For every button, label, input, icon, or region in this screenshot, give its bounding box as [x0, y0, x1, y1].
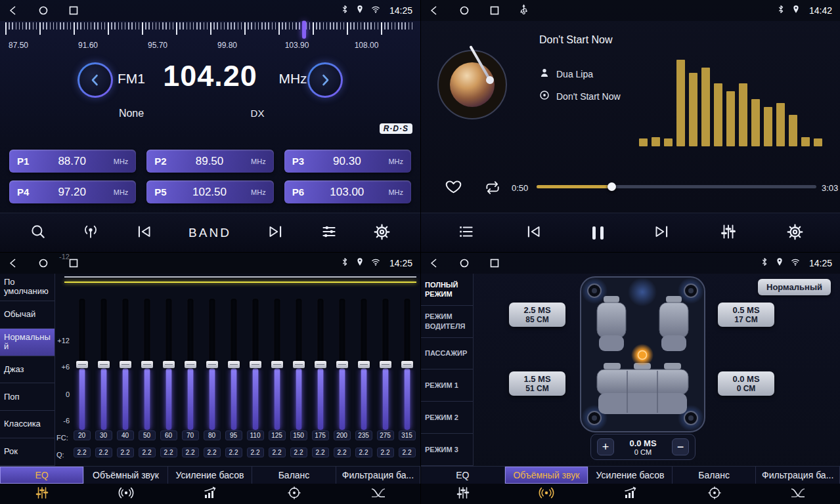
eq-band-slider[interactable] [244, 299, 266, 430]
eq-band-slider[interactable] [353, 299, 374, 430]
audio-tab[interactable]: Фильтрация ба... [336, 467, 420, 484]
eq-band-slider[interactable] [374, 299, 396, 430]
delay-decrease-button[interactable]: − [672, 438, 689, 455]
eq-band-slider[interactable] [179, 299, 201, 430]
slider-thumb[interactable] [163, 361, 175, 368]
next-track-button[interactable] [652, 224, 671, 241]
repeat-button[interactable] [484, 180, 501, 198]
nav-back-button[interactable] [8, 5, 18, 16]
slider-thumb[interactable] [315, 361, 326, 368]
slider-thumb[interactable] [380, 361, 391, 368]
audio-tab[interactable]: Усиление басов [588, 467, 673, 484]
nav-recents-button[interactable] [489, 258, 500, 268]
eq-band-slider[interactable] [309, 299, 331, 430]
nav-back-button[interactable] [429, 5, 439, 16]
tab-eq-icon-button[interactable] [421, 484, 505, 504]
tab-eq-icon-button[interactable] [0, 484, 84, 504]
tab-balance-icon-button[interactable] [673, 484, 757, 504]
album-art-disc[interactable] [437, 50, 507, 119]
mixer-button[interactable] [720, 223, 737, 242]
eq-preset-item[interactable]: Джаз [0, 356, 55, 384]
eq-band-slider[interactable] [136, 299, 158, 430]
listening-mode-item[interactable]: ПОЛНЫЙ РЕЖИМ [421, 274, 473, 306]
nav-home-button[interactable] [38, 258, 49, 268]
eq-band-slider[interactable] [201, 299, 223, 430]
slider-thumb[interactable] [250, 361, 261, 368]
slider-thumb[interactable] [336, 361, 348, 368]
eq-preset-item[interactable]: Рок [0, 438, 55, 466]
speaker-delay-chip[interactable]: 0.5 MS 17 CM [718, 303, 774, 327]
eq-band-slider[interactable] [331, 299, 353, 430]
audio-tab[interactable]: Баланс [252, 467, 336, 484]
slider-thumb[interactable] [185, 361, 196, 368]
preset-button[interactable]: P1 88.70 MHz [9, 150, 136, 173]
eq-preset-item[interactable]: По умолчанию [0, 274, 55, 301]
slider-thumb[interactable] [206, 361, 218, 368]
preset-button[interactable]: P6 103.00 MHz [284, 180, 411, 203]
audio-tab[interactable]: Объёмный звук [505, 467, 589, 484]
listening-mode-item[interactable]: РЕЖИМ 3 [421, 434, 473, 466]
eq-preset-item[interactable]: Нормальный [0, 329, 55, 356]
nav-home-button[interactable] [459, 5, 470, 16]
listening-mode-item[interactable]: ПАССАЖИР [421, 338, 473, 370]
audio-tab[interactable]: EQ [421, 467, 505, 484]
eq-preset-item[interactable]: Классика [0, 411, 55, 438]
favorite-button[interactable] [445, 178, 462, 196]
tab-surround-icon-button[interactable] [84, 484, 168, 504]
nav-recents-button[interactable] [68, 258, 79, 268]
preset-button[interactable]: P2 89.50 MHz [146, 150, 273, 173]
preset-button[interactable]: P3 90.30 MHz [284, 150, 411, 173]
eq-band-slider[interactable] [266, 299, 288, 430]
slider-thumb[interactable] [76, 361, 88, 368]
slider-thumb[interactable] [358, 361, 370, 368]
nav-home-button[interactable] [38, 5, 49, 16]
nav-back-button[interactable] [8, 258, 18, 268]
eq-band-slider[interactable] [288, 299, 309, 430]
listening-mode-item[interactable]: РЕЖИМ ВОДИТЕЛЯ [421, 306, 473, 338]
broadcast-button[interactable] [81, 223, 100, 242]
audio-tab[interactable]: Объёмный звук [84, 467, 168, 484]
sound-preset-badge[interactable]: Нормальный [758, 279, 831, 295]
speaker-delay-chip[interactable]: 0.0 MS 0 CM [718, 371, 774, 396]
seek-bar-knob[interactable] [608, 182, 616, 191]
audio-tab[interactable]: Баланс [673, 467, 757, 484]
listening-mode-item[interactable]: РЕЖИМ 1 [421, 369, 473, 402]
tab-filter-icon-button[interactable] [756, 484, 840, 504]
tab-bass-icon-button[interactable] [168, 484, 252, 504]
eq-band-slider[interactable] [158, 299, 179, 430]
frequency-scale[interactable] [5, 22, 415, 39]
preset-button[interactable]: P5 102.50 MHz [146, 180, 273, 203]
seek-scan-button[interactable] [30, 223, 47, 242]
audio-tab[interactable]: Фильтрация ба... [756, 467, 840, 484]
eq-preset-item[interactable]: Обычай [0, 301, 55, 329]
nav-home-button[interactable] [459, 258, 470, 268]
listening-position-indicator[interactable] [638, 351, 647, 360]
slider-thumb[interactable] [293, 361, 305, 368]
nav-recents-button[interactable] [68, 5, 79, 16]
next-station-button[interactable] [266, 224, 284, 241]
previous-track-button[interactable] [525, 224, 543, 241]
pause-button[interactable] [592, 226, 604, 240]
slider-thumb[interactable] [98, 361, 110, 368]
tune-up-button[interactable] [307, 62, 343, 98]
preset-button[interactable]: P4 97.20 MHz [9, 180, 136, 203]
eq-band-slider[interactable] [71, 299, 93, 430]
slider-thumb[interactable] [271, 361, 283, 368]
delay-increase-button[interactable]: + [597, 438, 614, 455]
tab-balance-icon-button[interactable] [252, 484, 336, 504]
frequency-scale-cursor[interactable] [302, 20, 306, 39]
eq-preset-item[interactable]: Поп [0, 383, 55, 411]
speaker-delay-chip[interactable]: 2.5 MS 85 CM [509, 303, 565, 327]
settings-button[interactable] [373, 223, 391, 243]
slider-thumb[interactable] [228, 361, 240, 368]
previous-station-button[interactable] [135, 224, 154, 241]
equalizer-button[interactable] [320, 223, 338, 242]
eq-band-slider[interactable] [396, 299, 418, 430]
playlist-button[interactable] [457, 223, 475, 242]
listening-mode-item[interactable]: РЕЖИМ 2 [421, 402, 473, 434]
slider-thumb[interactable] [401, 361, 413, 368]
audio-tab[interactable]: Усиление басов [168, 467, 252, 484]
nav-recents-button[interactable] [489, 5, 500, 16]
settings-button[interactable] [786, 223, 804, 243]
seek-bar[interactable] [537, 185, 816, 188]
